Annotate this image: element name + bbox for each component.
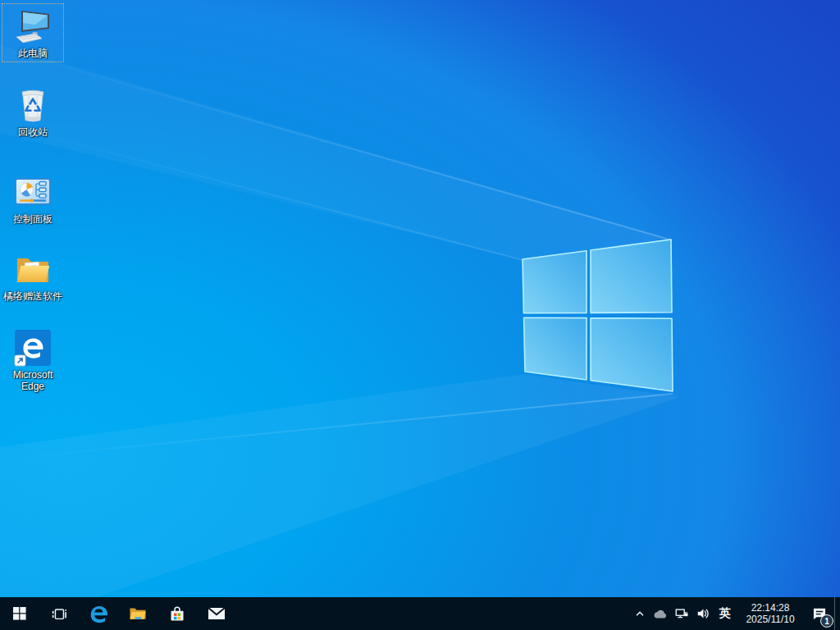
ime-label: 英 [719,606,731,621]
microsoft-store-button[interactable] [158,597,197,630]
file-explorer-icon [128,604,148,623]
mail-button[interactable] [197,597,236,630]
chevron-up-icon [634,608,646,619]
light-ray [0,123,523,261]
desktop-icon-label: 橘络赠送软件 [3,290,62,302]
desktop-icon-label: 回收站 [18,126,48,138]
desktop-icon-label: 控制面板 [13,213,52,225]
edge-icon [88,603,110,625]
onedrive-tray-button[interactable] [650,597,671,630]
microsoft-edge-icon [13,328,52,368]
control-panel-icon [13,172,52,212]
cloud-icon [652,608,669,620]
desktop-icon-label: Microsoft Edge [2,369,63,392]
recycle-bin-icon [13,85,52,125]
light-ray [0,393,673,460]
volume-tray-button[interactable] [692,597,714,630]
taskbar: 英 22:14:28 2025/11/10 1 [0,597,840,630]
show-hidden-icons-button[interactable] [630,597,650,630]
show-desktop-button[interactable] [834,597,840,630]
task-view-icon [51,605,67,622]
network-tray-button[interactable] [671,597,692,630]
notification-badge: 1 [820,614,833,628]
desktop-icon-microsoft-edge[interactable]: Microsoft Edge [2,325,64,393]
desktop-icon-label: 此电脑 [18,48,48,59]
edge-taskbar-button[interactable] [79,597,118,630]
mail-icon [207,604,226,623]
desktop-icon-recycle-bin[interactable]: 回收站 [2,82,64,139]
clock-date: 2025/11/10 [746,614,794,625]
task-view-button[interactable] [39,597,79,630]
this-pc-icon [13,7,52,46]
start-button[interactable] [0,597,39,630]
windows-logo-icon [13,607,26,620]
system-tray: 英 22:14:28 2025/11/10 1 [630,597,840,630]
light-ray [0,48,673,241]
clock[interactable]: 22:14:28 2025/11/10 [736,597,805,630]
windows-wallpaper-logo [517,230,681,402]
file-explorer-button[interactable] [118,597,158,630]
light-beam [0,0,840,630]
folder-icon [13,249,52,289]
network-ethernet-icon [674,606,689,621]
speaker-icon [696,606,710,621]
light-beam [0,0,840,630]
microsoft-store-icon [167,604,187,623]
desktop-icon-control-panel[interactable]: 控制面板 [2,169,64,226]
ime-language-indicator[interactable]: 英 [714,597,736,630]
desktop-icon-gift-software-folder[interactable]: 橘络赠送软件 [2,246,64,303]
shortcut-arrow-overlay [15,355,25,366]
desktop-icon-this-pc[interactable]: 此电脑 [2,3,64,62]
clock-time: 22:14:28 [751,602,790,614]
desktop-wallpaper: 此电脑 回收站 [0,0,840,630]
action-center-button[interactable]: 1 [805,597,834,630]
